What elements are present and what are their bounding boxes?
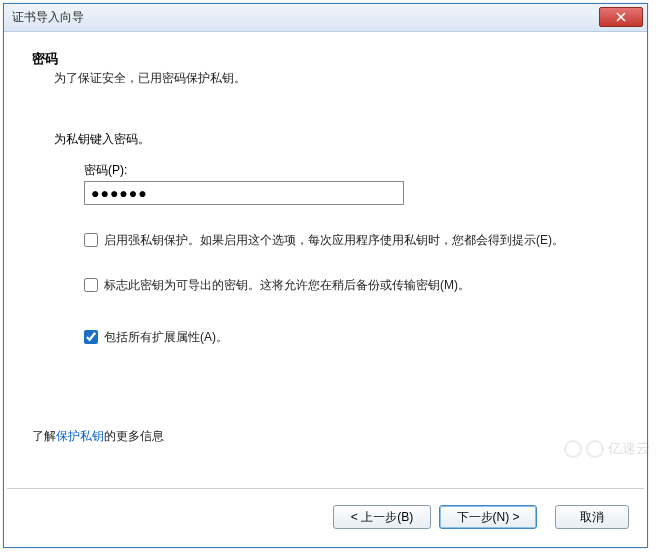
checkbox-strong-input[interactable] <box>84 233 98 247</box>
checkbox-strong-protection[interactable]: 启用强私钥保护。如果启用这个选项，每次应用程序使用私钥时，您都会得到提示(E)。 <box>84 231 619 250</box>
checkbox-extended-label: 包括所有扩展属性(A)。 <box>104 328 619 347</box>
back-button[interactable]: < 上一步(B) <box>333 505 431 529</box>
page-subheading: 为了保证安全，已用密码保护私钥。 <box>54 70 619 87</box>
page-heading: 密码 <box>32 50 619 68</box>
checkbox-extended-attrs[interactable]: 包括所有扩展属性(A)。 <box>84 328 619 347</box>
learn-more-text: 了解保护私钥的更多信息 <box>32 428 164 445</box>
button-row: < 上一步(B) 下一步(N) > 取消 <box>333 505 629 529</box>
checkbox-exportable-label: 标志此密钥为可导出的密钥。这将允许您在稍后备份或传输密钥(M)。 <box>104 276 619 295</box>
password-group: 密码(P): <box>84 162 619 205</box>
password-label: 密码(P): <box>84 162 619 179</box>
form-section: 为私钥键入密码。 密码(P): 启用强私钥保护。如果启用这个选项，每次应用程序使… <box>54 131 619 347</box>
close-button[interactable] <box>599 7 643 27</box>
next-button[interactable]: 下一步(N) > <box>439 505 537 529</box>
checkbox-extended-input[interactable] <box>84 330 98 344</box>
checkbox-exportable-input[interactable] <box>84 278 98 292</box>
learn-more-link[interactable]: 保护私钥 <box>56 429 104 443</box>
checkbox-strong-label: 启用强私钥保护。如果启用这个选项，每次应用程序使用私钥时，您都会得到提示(E)。 <box>104 231 619 250</box>
wizard-window: 证书导入向导 密码 为了保证安全，已用密码保护私钥。 为私钥键入密码。 密码(P… <box>3 3 648 548</box>
checkbox-exportable[interactable]: 标志此密钥为可导出的密钥。这将允许您在稍后备份或传输密钥(M)。 <box>84 276 619 295</box>
close-icon <box>616 12 626 22</box>
password-prompt: 为私钥键入密码。 <box>54 131 619 148</box>
separator <box>7 488 644 489</box>
cancel-button[interactable]: 取消 <box>555 505 629 529</box>
content-area: 密码 为了保证安全，已用密码保护私钥。 为私钥键入密码。 密码(P): 启用强私… <box>4 32 647 347</box>
password-input[interactable] <box>84 181 404 205</box>
window-title: 证书导入向导 <box>4 9 84 26</box>
titlebar: 证书导入向导 <box>4 4 647 32</box>
